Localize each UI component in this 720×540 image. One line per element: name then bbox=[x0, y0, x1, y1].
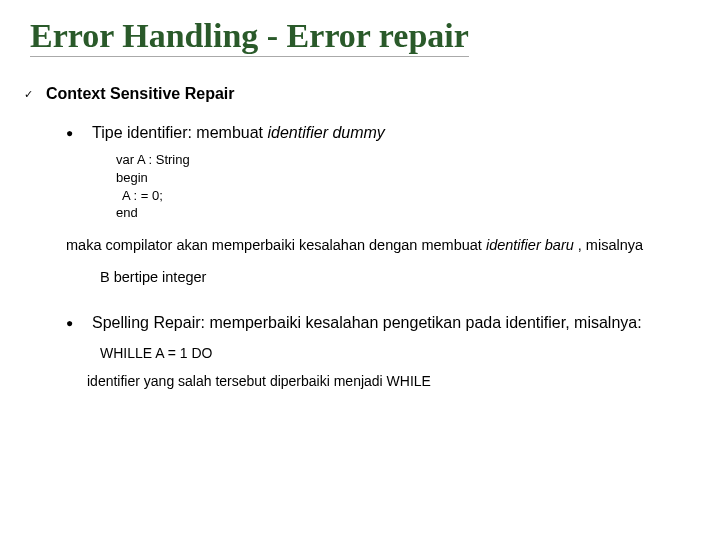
item1-lead: Tipe identifier: membuat bbox=[92, 124, 267, 141]
para-b: , misalnya bbox=[574, 237, 643, 253]
slide-body: ✓ Context Sensitive Repair ● Tipe identi… bbox=[22, 85, 698, 390]
para-a: maka compilator akan memperbaiki kesalah… bbox=[66, 237, 486, 253]
code-line-4: end bbox=[116, 204, 698, 222]
title-block: Error Handling - Error repair bbox=[30, 18, 698, 57]
slide: Error Handling - Error repair ✓ Context … bbox=[0, 0, 720, 540]
item1-paragraph: maka compilator akan memperbaiki kesalah… bbox=[66, 236, 698, 255]
item1-text: Tipe identifier: membuat identifier dumm… bbox=[92, 123, 385, 144]
bullet-level2-item2: ● Spelling Repair: memperbaiki kesalahan… bbox=[66, 313, 698, 334]
code-line-1: var A : String bbox=[116, 151, 698, 169]
bullet-icon: ● bbox=[66, 313, 92, 333]
item2-example: WHILLE A = 1 DO bbox=[100, 345, 698, 361]
bullet-icon: ● bbox=[66, 123, 92, 143]
item2-text: Spelling Repair: memperbaiki kesalahan p… bbox=[92, 313, 642, 334]
check-icon: ✓ bbox=[24, 88, 46, 101]
bullet-level1: ✓ Context Sensitive Repair bbox=[24, 85, 698, 103]
bullet-level2-item1: ● Tipe identifier: membuat identifier du… bbox=[66, 123, 698, 144]
item1-paragraph2: B bertipe integer bbox=[100, 269, 698, 285]
code-line-2: begin bbox=[116, 169, 698, 187]
code-line-3: A : = 0; bbox=[116, 187, 698, 205]
slide-title: Error Handling - Error repair bbox=[30, 18, 469, 57]
para-italic: identifier baru bbox=[486, 237, 574, 253]
item2-conclusion: identifier yang salah tersebut diperbaik… bbox=[87, 373, 698, 389]
code-block: var A : String begin A : = 0; end bbox=[116, 151, 698, 221]
lvl1-text: Context Sensitive Repair bbox=[46, 85, 235, 103]
item1-italic: identifier dummy bbox=[267, 124, 384, 141]
